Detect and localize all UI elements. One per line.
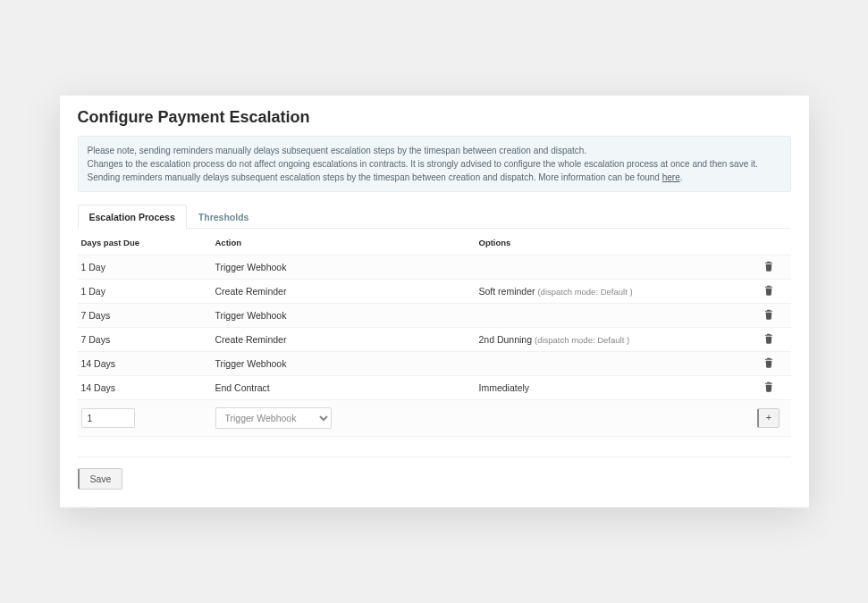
info-line-2a: Changes to the escalation process do not… xyxy=(88,159,758,182)
days-input[interactable] xyxy=(81,408,135,428)
table-row: 14 Days Trigger Webhook xyxy=(78,352,791,376)
cell-action: Trigger Webhook xyxy=(212,304,476,328)
info-link[interactable]: here xyxy=(662,172,680,182)
cell-options xyxy=(476,255,746,280)
tab-bar: Escalation Process Thresholds xyxy=(78,205,791,229)
cell-days: 7 Days xyxy=(78,328,212,352)
trash-icon[interactable] xyxy=(764,333,773,344)
table-row: 7 Days Trigger Webhook xyxy=(78,304,791,328)
trash-icon[interactable] xyxy=(764,309,773,320)
table-header-row: Days past Due Action Options xyxy=(78,229,791,255)
tab-thresholds[interactable]: Thresholds xyxy=(187,205,261,229)
cell-days: 1 Day xyxy=(78,255,212,280)
info-line-2b: . xyxy=(680,172,683,182)
trash-icon[interactable] xyxy=(764,261,773,272)
save-button[interactable]: Save xyxy=(78,468,123,490)
trash-icon[interactable] xyxy=(764,381,773,392)
cell-action: Trigger Webhook xyxy=(212,255,476,280)
cell-days: 7 Days xyxy=(78,304,212,328)
trash-icon[interactable] xyxy=(764,285,773,296)
col-header-action: Action xyxy=(212,229,476,255)
footer-bar: Save xyxy=(78,456,791,490)
table-row: 14 Days End Contract Immediately xyxy=(78,376,791,400)
page-title: Configure Payment Escalation xyxy=(78,108,791,127)
cell-options: Immediately xyxy=(476,376,746,400)
col-header-options: Options xyxy=(476,229,746,255)
table-row: 1 Day Trigger Webhook xyxy=(78,255,791,280)
info-line-1: Please note, sending reminders manually … xyxy=(88,146,587,155)
config-panel: Configure Payment Escalation Please note… xyxy=(60,96,809,507)
cell-action: End Contract xyxy=(212,376,476,400)
tab-escalation-process[interactable]: Escalation Process xyxy=(78,205,187,229)
cell-days: 14 Days xyxy=(78,352,212,376)
add-step-button[interactable]: + xyxy=(757,408,780,427)
cell-action: Trigger Webhook xyxy=(212,352,476,376)
action-select[interactable]: Trigger Webhook xyxy=(215,407,332,429)
cell-options xyxy=(476,352,746,376)
cell-days: 14 Days xyxy=(78,376,212,400)
cell-action: Create Reminder xyxy=(212,328,476,352)
table-row: 7 Days Create Reminder 2nd Dunning (disp… xyxy=(78,328,791,352)
cell-days: 1 Day xyxy=(78,280,212,304)
cell-options: 2nd Dunning (dispatch mode: Default ) xyxy=(476,328,746,352)
escalation-table: Days past Due Action Options 1 Day Trigg… xyxy=(78,229,791,437)
trash-icon[interactable] xyxy=(764,357,773,368)
cell-options: Soft reminder (dispatch mode: Default ) xyxy=(476,280,746,304)
table-row: 1 Day Create Reminder Soft reminder (dis… xyxy=(78,280,791,304)
info-notice: Please note, sending reminders manually … xyxy=(78,136,791,192)
col-header-days: Days past Due xyxy=(78,229,212,255)
new-step-row: Trigger Webhook + xyxy=(78,400,791,437)
cell-action: Create Reminder xyxy=(212,280,476,304)
cell-options xyxy=(476,304,746,328)
